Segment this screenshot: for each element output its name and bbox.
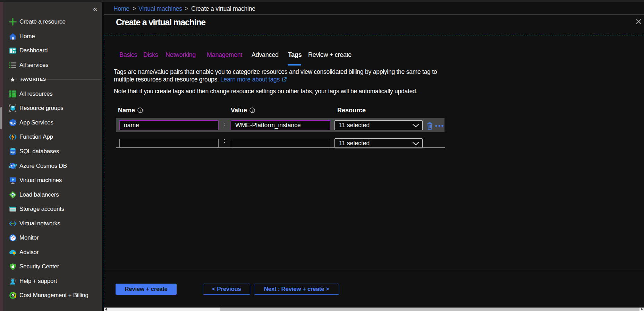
svg-text:SQL: SQL (10, 151, 16, 154)
svg-text:i: i (140, 108, 141, 112)
svg-text:$: $ (12, 294, 14, 297)
svg-text:i: i (252, 108, 253, 112)
